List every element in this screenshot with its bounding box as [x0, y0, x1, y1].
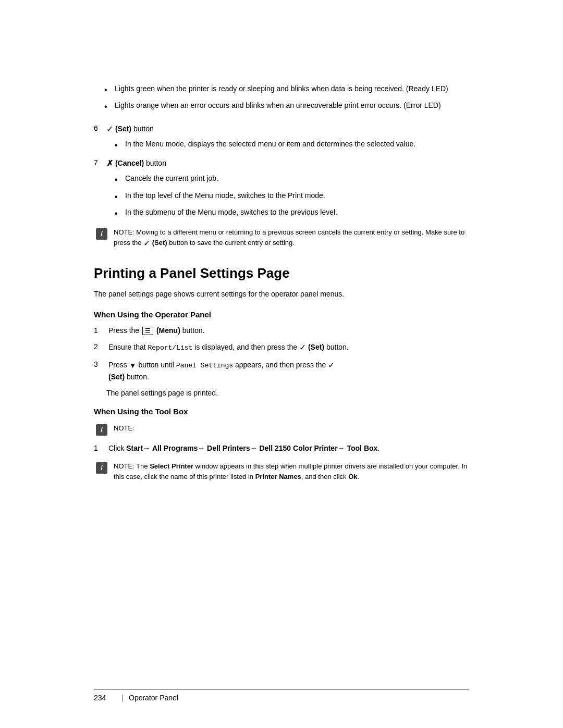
tool-box-bold: Tool Box	[347, 444, 378, 452]
dell-2150-bold: Dell 2150 Color Printer	[259, 444, 337, 452]
section-6-label: ✓ (Set) button	[106, 122, 469, 136]
note-post-icon: i	[96, 462, 111, 474]
section-6-bullet-text-1: In the Menu mode, displays the selected …	[125, 139, 469, 150]
step-2-row: 2 Ensure that Report/List is displayed, …	[94, 341, 469, 354]
bullet-dot-1: •	[104, 84, 111, 96]
subsection-operator-panel: When Using the Operator Panel 1 Press th…	[94, 310, 469, 399]
step-1-row: 1 Press the ☰ (Menu) button.	[94, 325, 469, 336]
step-3-code: Panel Settings	[176, 362, 233, 369]
printer-names-bold: Printer Names	[255, 473, 301, 480]
note-set-bold: (Set)	[152, 239, 167, 246]
subsection-tool-box-title: When Using the Tool Box	[94, 407, 469, 416]
note-checkmark-icon: ✓	[143, 239, 150, 248]
section-6-bullet-1: • In the Menu mode, displays the selecte…	[104, 139, 469, 151]
footer-divider: |	[121, 694, 124, 702]
section-7-bullets: • Cancels the current print job. • In th…	[104, 173, 469, 219]
bullet-dot-s7-2: •	[115, 191, 121, 203]
set-button-bold: (Set)	[115, 124, 131, 132]
note-1-icon-img: i	[96, 228, 107, 240]
section-7-bullet-1: • Cancels the current print job.	[104, 173, 469, 186]
step-2-code: Report/List	[148, 344, 193, 352]
step-3-row: 3 Press ▼ button until Panel Settings ap…	[94, 359, 469, 382]
subsection-operator-panel-title: When Using the Operator Panel	[94, 310, 469, 319]
start-bold: Start	[126, 444, 143, 452]
page: • Lights green when the printer is ready…	[0, 0, 563, 728]
bullet-dot-s7-1: •	[115, 174, 121, 186]
note-post-box: i NOTE: The Select Printer window appear…	[94, 461, 469, 482]
step-3-content: Press ▼ button until Panel Settings appe…	[108, 359, 469, 382]
select-printer-bold: Select Printer	[150, 462, 193, 470]
step-2-checkmark-icon: ✓	[299, 343, 306, 352]
section-7-bullet-text-3: In the submenu of the Menu mode, switche…	[125, 207, 469, 218]
section-7-bullet-text-2: In the top level of the Menu mode, switc…	[125, 190, 469, 201]
section-7-number: 7	[94, 157, 106, 168]
menu-icon: ☰	[142, 327, 153, 335]
bullet-item-2: • Lights orange when an error occurs and…	[94, 100, 469, 113]
toolbox-step-1-content: Click Start→ All Programs→ Dell Printers…	[108, 443, 469, 454]
after-steps-text: The panel settings page is printed.	[106, 388, 469, 399]
step-2-set-bold: (Set)	[308, 343, 324, 351]
bullet-text-1: Lights green when the printer is ready o…	[115, 83, 469, 94]
footer-section-label: Operator Panel	[129, 694, 178, 702]
chapter-intro: The panel settings page shows current se…	[94, 289, 469, 300]
step-1-content: Press the ☰ (Menu) button.	[108, 325, 469, 336]
bullet-text-2: Lights orange when an error occurs and b…	[115, 100, 469, 111]
ok-bold: Ok	[348, 473, 357, 480]
section-7-row: 7 ✗ (Cancel) button	[94, 157, 469, 170]
step-1-menu-bold: (Menu)	[156, 326, 180, 335]
note-post-text: NOTE: The Select Printer window appears …	[114, 461, 469, 482]
section-7-label: ✗ (Cancel) button	[106, 157, 469, 170]
upper-bullet-section: • Lights green when the printer is ready…	[94, 83, 469, 113]
note-1-icon: i	[96, 228, 111, 240]
page-footer: 234 | Operator Panel	[94, 689, 469, 702]
cancel-button-bold: (Cancel)	[115, 158, 144, 167]
note-1-box: i NOTE: Moving to a different menu or re…	[94, 227, 469, 250]
section-6-row: 6 ✓ (Set) button	[94, 122, 469, 136]
set-checkmark-icon: ✓	[106, 125, 113, 133]
section-6-number: 6	[94, 122, 106, 134]
step-3-checkmark-icon: ✓	[328, 361, 335, 369]
step-2-number: 2	[94, 341, 106, 352]
subsection-tool-box: When Using the Tool Box i NOTE: 1 Click …	[94, 407, 469, 482]
note-pre-text: NOTE:	[114, 423, 469, 434]
footer-page-number: 234	[94, 694, 106, 702]
down-arrow-icon: ▼	[129, 361, 137, 369]
dell-printers-bold: Dell Printers	[207, 444, 250, 452]
toolbox-step-1-number: 1	[94, 443, 106, 454]
note-post-icon-img: i	[96, 462, 107, 474]
note-pre-icon: i	[96, 424, 111, 436]
chapter-title: Printing a Panel Settings Page	[94, 265, 469, 281]
step-3-number: 3	[94, 359, 106, 370]
bullet-dot-s7-3: •	[115, 208, 121, 219]
toolbox-step-1-row: 1 Click Start→ All Programs→ Dell Printe…	[94, 443, 469, 454]
note-pre-box: i NOTE:	[94, 423, 469, 436]
cancel-x-icon: ✗	[106, 157, 113, 170]
bullet-dot-2: •	[104, 101, 111, 113]
note-pre-icon-img: i	[96, 424, 107, 436]
step-1-number: 1	[94, 325, 106, 336]
step-3-set-bold: (Set)	[108, 373, 125, 381]
section-7-bullet-3: • In the submenu of the Menu mode, switc…	[104, 207, 469, 219]
section-7-bullet-text-1: Cancels the current print job.	[125, 173, 469, 184]
section-6-bullets: • In the Menu mode, displays the selecte…	[104, 139, 469, 151]
all-programs-bold: All Programs	[152, 444, 198, 452]
bullet-dot-s6: •	[115, 140, 121, 151]
section-7-bullet-2: • In the top level of the Menu mode, swi…	[104, 190, 469, 203]
step-2-content: Ensure that Report/List is displayed, an…	[108, 341, 469, 354]
bullet-item-1: • Lights green when the printer is ready…	[94, 83, 469, 96]
note-1-text: NOTE: Moving to a different menu or retu…	[114, 227, 469, 250]
